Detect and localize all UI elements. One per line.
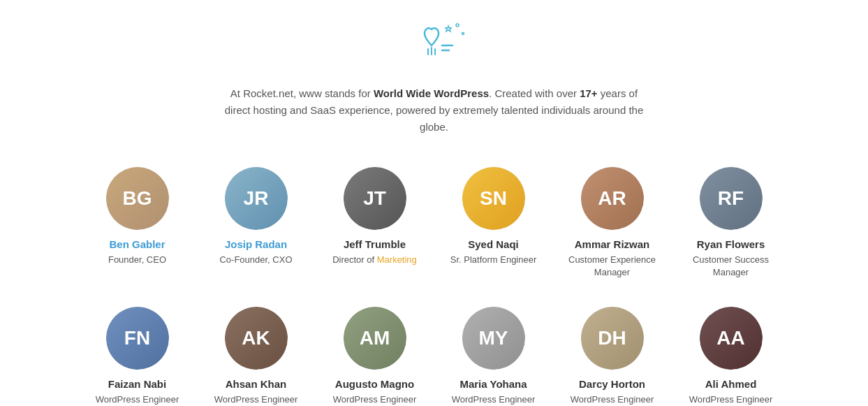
member-name[interactable]: Ben Gabler [109,238,165,251]
team-member: JRJosip RadanCo-Founder, CXO [200,160,312,286]
avatar: SN [462,167,525,230]
member-name: Faizan Nabi [108,378,166,391]
avatar-image: AA [700,307,763,370]
member-name: Darcy Horton [579,378,645,391]
member-name: Augusto Magno [335,378,414,391]
member-role: WordPress Engineer [452,393,536,406]
team-row-1: BGBen GablerFounder, CEOJRJosip RadanCo-… [64,160,804,286]
team-member: DHDarcy HortonWordPress Engineer [557,300,668,406]
member-role: WordPress Engineer [214,393,298,406]
member-role: Customer Experience Manager [562,254,663,279]
member-name: Jeff Trumble [344,238,406,251]
member-name: Maria Yohana [459,378,527,391]
team-member: AMAugusto MagnoWordPress Engineer [319,300,431,406]
team-member: RFRyan FlowersCustomer Success Manager [675,160,787,286]
section-title [64,21,804,77]
avatar: JT [344,167,406,230]
avatar-image: MY [462,307,525,370]
avatar-image: FN [106,307,169,370]
avatar-image: DH [581,307,644,370]
avatar: AK [225,307,288,370]
member-name: Ammar Rizwan [575,238,650,251]
member-role: WordPress Engineer [689,393,773,406]
avatar-image: AR [581,167,644,230]
avatar: AA [700,307,763,370]
team-grid: BGBen GablerFounder, CEOJRJosip RadanCo-… [64,160,804,406]
member-name[interactable]: Josip Radan [225,238,287,251]
team-member: AAAli AhmedWordPress Engineer [675,300,787,406]
avatar: MY [462,307,525,370]
member-name: Syed Naqi [468,238,519,251]
avatar-image: JT [344,167,406,230]
page-container: At Rocket.net, www stands for World Wide… [50,0,818,406]
avatar: BG [106,167,169,230]
member-role: WordPress Engineer [571,393,654,406]
avatar: AM [344,307,406,370]
avatar: JR [225,167,288,230]
svg-point-1 [462,33,464,35]
team-member: FNFaizan NabiWordPress Engineer [82,300,193,406]
section-subtitle: At Rocket.net, www stands for World Wide… [218,85,651,136]
team-member: SNSyed NaqiSr. Platform Engineer [438,160,550,286]
avatar-image: RF [700,167,763,230]
member-role: Customer Success Manager [681,254,781,279]
member-role: Co-Founder, CXO [219,254,292,266]
member-role: Sr. Platform Engineer [450,254,537,266]
team-member: MYMaria YohanaWordPress Engineer [438,300,550,406]
member-role: Director of Marketing [332,254,417,266]
doodle-icon [407,21,470,77]
member-role: WordPress Engineer [333,393,417,406]
team-member: BGBen GablerFounder, CEO [82,160,193,286]
avatar: FN [106,307,169,370]
member-name: Ahsan Khan [226,378,287,391]
team-row-2: FNFaizan NabiWordPress EngineerAKAhsan K… [64,300,804,406]
team-member: JTJeff TrumbleDirector of Marketing [319,160,431,286]
member-name: Ali Ahmed [705,378,757,391]
avatar-image: JR [225,167,288,230]
avatar-image: BG [106,167,169,230]
member-role: WordPress Engineer [96,393,179,406]
avatar: AR [581,167,644,230]
svg-point-0 [456,24,459,27]
avatar-image: SN [462,167,525,230]
member-name: Ryan Flowers [697,238,765,251]
avatar-image: AM [344,307,406,370]
avatar-image: AK [225,307,288,370]
member-role: Founder, CEO [108,254,166,266]
avatar: DH [581,307,644,370]
avatar: RF [700,167,763,230]
team-member: AKAhsan KhanWordPress Engineer [200,300,312,406]
team-member: ARAmmar RizwanCustomer Experience Manage… [557,160,668,286]
